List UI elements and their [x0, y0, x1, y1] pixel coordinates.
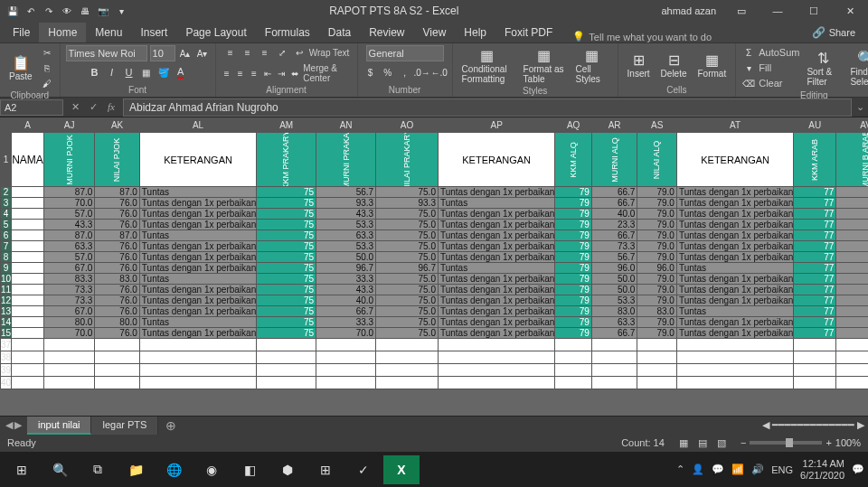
cell[interactable]: 75.0: [376, 252, 439, 263]
column-header[interactable]: AP: [438, 118, 554, 133]
cell[interactable]: 79.0: [637, 220, 677, 230]
cell[interactable]: Tuntas dengan 1x perbaikan: [139, 306, 256, 317]
align-left-icon[interactable]: ≡: [222, 66, 232, 80]
row-header[interactable]: 15: [1, 328, 12, 339]
cell[interactable]: [12, 317, 44, 328]
cell[interactable]: 79.0: [637, 252, 677, 263]
cell[interactable]: [12, 230, 44, 241]
cell[interactable]: 79: [555, 241, 592, 252]
cell[interactable]: [794, 351, 836, 364]
cell[interactable]: 79.0: [637, 285, 677, 295]
cell[interactable]: 75: [257, 295, 316, 306]
cell[interactable]: 50.0: [591, 285, 637, 295]
cell[interactable]: 75.0: [376, 285, 439, 295]
cell[interactable]: [555, 377, 592, 389]
cell[interactable]: [95, 339, 140, 351]
font-size-select[interactable]: [150, 45, 175, 61]
cell[interactable]: 79: [555, 328, 592, 339]
wifi-icon[interactable]: 📶: [731, 464, 744, 475]
increase-font-icon[interactable]: A▴: [178, 46, 193, 61]
cell[interactable]: 96.0: [591, 263, 637, 274]
cell[interactable]: [95, 351, 140, 364]
cell[interactable]: 75.0: [376, 295, 439, 306]
chrome-icon[interactable]: ◉: [193, 455, 230, 484]
language-indicator[interactable]: ENG: [771, 464, 793, 475]
tab-menu[interactable]: Menu: [86, 23, 131, 42]
cell[interactable]: [43, 364, 95, 377]
increase-decimal-icon[interactable]: .0→: [415, 65, 429, 80]
cell[interactable]: 57.0: [43, 252, 95, 263]
cell[interactable]: 53.3: [316, 220, 376, 230]
cell[interactable]: [12, 377, 44, 389]
horizontal-scrollbar[interactable]: ◀ ━━━━━━━━━━━━━ ▶: [184, 419, 868, 431]
cell[interactable]: Tuntas dengan 1x perbaikan: [676, 241, 793, 252]
cell[interactable]: [676, 377, 793, 389]
excel-icon[interactable]: X: [383, 455, 420, 484]
cell[interactable]: [555, 339, 592, 351]
teams-icon[interactable]: 💬: [712, 464, 724, 475]
cell[interactable]: 75: [257, 274, 316, 285]
cell[interactable]: 96.0: [637, 263, 677, 274]
tab-insert[interactable]: Insert: [131, 23, 176, 42]
cell[interactable]: [591, 364, 637, 377]
cell[interactable]: [376, 377, 439, 389]
cell[interactable]: [257, 339, 316, 351]
cell[interactable]: [316, 377, 376, 389]
insert-cells-button[interactable]: ⊞Insert: [624, 50, 654, 80]
explorer-icon[interactable]: 📁: [118, 455, 154, 484]
cell[interactable]: 79.0: [637, 317, 677, 328]
cell[interactable]: Tuntas dengan 1x perbaikan: [438, 285, 554, 295]
cell[interactable]: [637, 339, 677, 351]
row-header[interactable]: 14: [1, 317, 12, 328]
column-header[interactable]: AO: [376, 118, 439, 133]
cell[interactable]: 23.3: [591, 220, 637, 230]
cell[interactable]: Tuntas dengan 1x perbaikan: [438, 241, 554, 252]
font-color-icon[interactable]: A: [174, 65, 188, 80]
enter-formula-icon[interactable]: ✓: [85, 101, 101, 113]
close-icon[interactable]: ✕: [832, 0, 868, 22]
cell[interactable]: 56.7: [591, 252, 637, 263]
cell[interactable]: 73.3: [43, 285, 95, 295]
cell[interactable]: 75.0: [376, 317, 439, 328]
clock[interactable]: 12:14 AM 6/21/2020: [800, 458, 844, 480]
cell[interactable]: Tuntas dengan 1x perbaikan: [438, 187, 554, 198]
cell[interactable]: Tuntas dengan 1x perbaikan: [676, 317, 793, 328]
column-header[interactable]: AT: [676, 118, 793, 133]
app-icon[interactable]: ◧: [231, 455, 268, 484]
name-box[interactable]: A2: [0, 99, 63, 116]
cell[interactable]: Tuntas dengan 1x perbaikan: [139, 285, 256, 295]
cell[interactable]: 75: [257, 263, 316, 274]
cell[interactable]: Tuntas dengan 1x perbaikan: [676, 285, 793, 295]
fill-button[interactable]: ▾Fill: [741, 61, 799, 75]
cell[interactable]: [376, 339, 439, 351]
notifications-icon[interactable]: 💬: [852, 464, 864, 475]
cell[interactable]: 43.3: [316, 209, 376, 220]
zoom-out-icon[interactable]: −: [741, 437, 746, 448]
cell[interactable]: 43.3: [316, 285, 376, 295]
cell[interactable]: 33.3: [316, 317, 376, 328]
undo-icon[interactable]: ↶: [24, 4, 38, 18]
tab-data[interactable]: Data: [319, 23, 360, 42]
app-icon[interactable]: ✓: [345, 455, 382, 484]
cell[interactable]: [637, 377, 677, 389]
expand-formula-icon[interactable]: ⌄: [852, 101, 868, 113]
cell[interactable]: 79.0: [637, 209, 677, 220]
app-icon[interactable]: ⊞: [307, 455, 344, 484]
cell[interactable]: [12, 209, 44, 220]
cell[interactable]: [12, 306, 44, 317]
cell[interactable]: [12, 295, 44, 306]
format-cells-button[interactable]: ▦Format: [694, 50, 731, 80]
cell[interactable]: 33.3: [316, 274, 376, 285]
cell[interactable]: Tuntas: [438, 198, 554, 209]
cell[interactable]: 32.0: [836, 209, 868, 220]
wrap-text-button[interactable]: ↩: [292, 45, 307, 60]
task-view-icon[interactable]: ⧉: [80, 455, 116, 484]
tab-view[interactable]: View: [414, 23, 456, 42]
cell[interactable]: [591, 377, 637, 389]
cell[interactable]: 32.0: [836, 317, 868, 328]
cell[interactable]: 75: [257, 241, 316, 252]
cell[interactable]: 66.7: [591, 187, 637, 198]
format-painter-icon[interactable]: 🖌: [40, 76, 54, 90]
cell[interactable]: Tuntas dengan 1x perbaikan: [139, 252, 256, 263]
cell[interactable]: 76.0: [95, 328, 140, 339]
